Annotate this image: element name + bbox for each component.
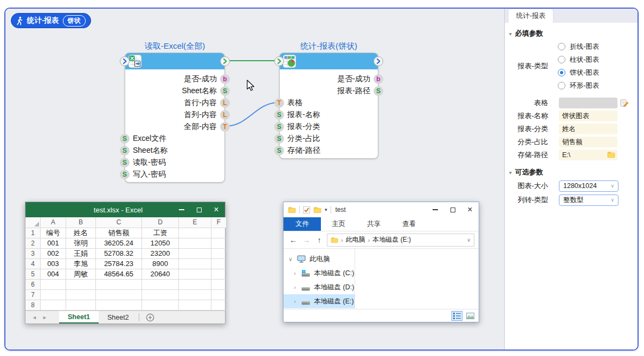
report-name-input[interactable]: 饼状图表 bbox=[559, 111, 617, 121]
cell[interactable]: 003 bbox=[41, 259, 66, 269]
port-type-badge[interactable]: S bbox=[120, 158, 130, 167]
port-type-badge[interactable]: b bbox=[220, 74, 230, 84]
row-header[interactable]: 2 bbox=[25, 238, 41, 249]
port-type-badge[interactable]: S bbox=[274, 146, 284, 156]
node-header[interactable] bbox=[280, 53, 378, 69]
sheet-prev-icon[interactable]: ◄ bbox=[32, 315, 37, 320]
row-header[interactable]: 6 bbox=[25, 280, 41, 290]
save-path-input[interactable]: E:\ bbox=[559, 150, 617, 160]
cell[interactable] bbox=[211, 259, 226, 269]
port-type-badge[interactable]: S bbox=[274, 110, 284, 120]
row-header[interactable]: 1 bbox=[25, 228, 41, 238]
folder-icon[interactable] bbox=[313, 206, 321, 213]
cell[interactable] bbox=[211, 300, 226, 310]
column-header[interactable]: C bbox=[96, 217, 142, 228]
node-report-pie[interactable]: 统计-报表(饼状) bbox=[279, 41, 378, 159]
port-type-badge[interactable]: S bbox=[274, 134, 284, 144]
cell[interactable]: 编号 bbox=[41, 228, 66, 238]
cell[interactable]: 20640 bbox=[142, 269, 179, 280]
sheet-tab-sheet2[interactable]: Sheet2 bbox=[99, 311, 138, 323]
cell[interactable] bbox=[211, 290, 226, 300]
exec-in-port[interactable] bbox=[120, 56, 130, 66]
exec-in-port[interactable] bbox=[274, 56, 284, 66]
port-type-badge[interactable]: S bbox=[373, 86, 383, 96]
maximize-button[interactable] bbox=[190, 202, 208, 217]
tree-collapsed-icon[interactable]: › bbox=[292, 284, 298, 290]
column-header[interactable]: A bbox=[41, 217, 66, 228]
node-box[interactable]: 是否-成功b Sheet名称S 首行-内容L 首列-内容L 全部-内容T SEx… bbox=[125, 53, 225, 183]
sheet-next-icon[interactable]: ► bbox=[42, 315, 47, 320]
quick-access-check-icon[interactable] bbox=[303, 206, 310, 213]
radio-option-line-chart[interactable]: 折线-图表 bbox=[558, 40, 599, 53]
cell[interactable]: 销售额 bbox=[96, 228, 142, 238]
node-read-excel[interactable]: 读取-Excel(全部) bbox=[125, 41, 225, 183]
cell[interactable] bbox=[41, 300, 66, 310]
section-required-params[interactable]: ▾ 必填参数 bbox=[505, 27, 637, 40]
explorer-titlebar[interactable]: ▾ test × bbox=[284, 202, 479, 217]
tree-item-drive-c[interactable]: › 本地磁盘 (C:) bbox=[284, 266, 355, 280]
port-type-badge[interactable]: S bbox=[120, 134, 130, 144]
cell[interactable] bbox=[211, 228, 226, 238]
section-optional-params[interactable]: ▾ 可选参数 bbox=[505, 166, 637, 179]
cell[interactable]: 001 bbox=[41, 238, 66, 249]
cell[interactable] bbox=[96, 280, 142, 290]
cell[interactable]: 48564.65 bbox=[96, 269, 142, 280]
column-header[interactable]: D bbox=[142, 217, 179, 228]
cell[interactable] bbox=[179, 269, 211, 280]
row-header[interactable]: 5 bbox=[25, 269, 41, 280]
radio-icon[interactable] bbox=[558, 82, 565, 89]
cell[interactable]: 李旭 bbox=[66, 259, 96, 269]
table-input[interactable] bbox=[559, 98, 617, 108]
tree-item-drive-e[interactable]: › 本地磁盘 (E:) bbox=[284, 294, 355, 308]
exec-out-port[interactable] bbox=[220, 56, 230, 66]
radio-option-bar-chart[interactable]: 柱状-图表 bbox=[558, 53, 599, 66]
cell[interactable] bbox=[66, 290, 96, 300]
tree-collapsed-icon[interactable]: › bbox=[292, 270, 298, 276]
cell[interactable]: 王娟 bbox=[66, 249, 96, 259]
column-header[interactable]: E bbox=[179, 217, 211, 228]
cell[interactable]: 周敏 bbox=[66, 269, 96, 280]
tree-expanded-icon[interactable]: ∨ bbox=[288, 256, 293, 262]
tree-collapsed-icon[interactable]: › bbox=[292, 299, 298, 305]
cell[interactable] bbox=[41, 290, 66, 300]
cell[interactable]: 002 bbox=[41, 249, 66, 259]
tree-item-drive-d[interactable]: › 本地磁盘 (D:) bbox=[284, 280, 355, 294]
cell[interactable]: 12050 bbox=[142, 238, 179, 249]
cell[interactable]: 姓名 bbox=[66, 228, 96, 238]
close-button[interactable]: × bbox=[461, 202, 479, 217]
browse-folder-button[interactable] bbox=[607, 151, 615, 160]
close-button[interactable]: × bbox=[208, 202, 225, 217]
cell[interactable]: 23200 bbox=[142, 249, 179, 259]
cell[interactable] bbox=[179, 259, 211, 269]
row-header[interactable]: 7 bbox=[25, 290, 41, 300]
cell[interactable] bbox=[211, 238, 226, 249]
row-header[interactable]: 4 bbox=[25, 259, 41, 269]
cell[interactable]: 52708.32 bbox=[96, 249, 142, 259]
tab-view[interactable]: 查看 bbox=[391, 217, 427, 231]
node-header[interactable] bbox=[125, 53, 224, 69]
exec-out-port[interactable] bbox=[373, 56, 383, 66]
thumbnail-view-button[interactable] bbox=[465, 311, 475, 321]
cell[interactable] bbox=[66, 300, 96, 310]
row-header[interactable]: 8 bbox=[25, 300, 41, 310]
add-sheet-button[interactable] bbox=[140, 311, 160, 323]
port-type-badge[interactable]: T bbox=[274, 98, 284, 108]
tab-file[interactable]: 文件 bbox=[284, 217, 321, 231]
breadcrumb-this-pc[interactable]: 此电脑 bbox=[346, 235, 365, 244]
cell[interactable] bbox=[179, 238, 211, 249]
cell[interactable] bbox=[142, 290, 179, 300]
cell[interactable] bbox=[179, 290, 211, 300]
cell[interactable] bbox=[142, 300, 179, 310]
cell[interactable] bbox=[142, 280, 179, 290]
column-header[interactable]: F bbox=[211, 217, 226, 228]
tab-share[interactable]: 共享 bbox=[356, 217, 391, 231]
sheet-tab-sheet1[interactable]: Sheet1 bbox=[59, 311, 99, 323]
cell[interactable] bbox=[211, 280, 226, 290]
port-type-badge[interactable]: S bbox=[220, 86, 230, 96]
category-ratio-input[interactable]: 销售额 bbox=[559, 137, 617, 147]
cell[interactable]: 张明 bbox=[66, 238, 96, 249]
cell[interactable] bbox=[211, 269, 226, 280]
chart-size-select[interactable]: 1280x1024 ∨ bbox=[559, 180, 619, 192]
cell[interactable]: 36205.24 bbox=[96, 238, 142, 249]
cell[interactable] bbox=[96, 290, 142, 300]
